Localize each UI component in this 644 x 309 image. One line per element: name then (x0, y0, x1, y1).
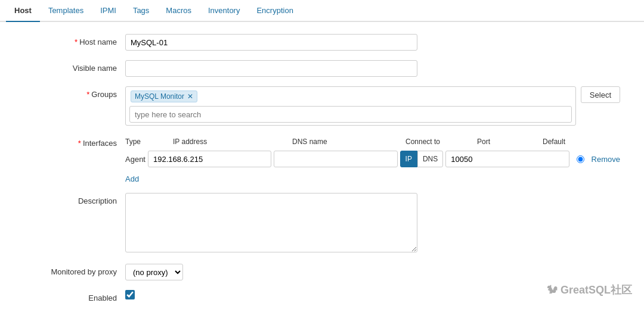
group-tag-mysql-monitor: MySQL Monitor ✕ (131, 90, 197, 102)
connect-ip-button[interactable]: IP (400, 151, 417, 167)
watermark-icon: 🐿 (547, 284, 558, 296)
proxy-label: Monitored by proxy (24, 264, 125, 276)
tab-macros[interactable]: Macros (157, 0, 200, 22)
ip-address-input[interactable] (148, 151, 271, 167)
visible-name-input[interactable] (125, 60, 417, 77)
group-tag-label: MySQL Monitor (135, 92, 184, 101)
groups-label: *Groups (24, 86, 125, 99)
host-name-input[interactable] (125, 34, 417, 51)
connect-buttons: IP DNS (400, 151, 444, 167)
groups-wrapper: MySQL Monitor ✕ Select (125, 86, 620, 126)
tab-ipmi[interactable]: IPMI (92, 0, 125, 22)
groups-select-button[interactable]: Select (581, 86, 620, 103)
enabled-checkbox[interactable] (125, 290, 135, 299)
tab-bar: Host Templates IPMI Tags Macros Inventor… (0, 0, 644, 22)
connect-dns-button[interactable]: DNS (417, 151, 443, 167)
tab-encryption[interactable]: Encryption (248, 0, 301, 22)
groups-control: MySQL Monitor ✕ Select (125, 86, 620, 126)
add-link[interactable]: Add (125, 174, 139, 183)
tab-templates[interactable]: Templates (40, 0, 92, 22)
description-label: Description (24, 193, 125, 205)
interfaces-row: *Interfaces Type IP address DNS name Con… (24, 135, 620, 183)
page: Host Templates IPMI Tags Macros Inventor… (0, 0, 644, 309)
description-control (125, 193, 620, 254)
remove-link[interactable]: Remove (592, 155, 620, 164)
add-link-wrapper: Add (125, 171, 620, 183)
tab-tags[interactable]: Tags (125, 0, 157, 22)
enabled-label: Enabled (24, 290, 125, 302)
visible-name-label: Visible name (24, 60, 125, 73)
interfaces-agent-row: Agent IP DNS Remove (125, 151, 620, 167)
dns-name-input[interactable] (274, 151, 397, 167)
enabled-control (125, 290, 620, 301)
watermark: 🐿 GreatSQL社区 (547, 283, 632, 297)
interfaces-header: Type IP address DNS name Connect to Port… (125, 135, 620, 148)
col-dns-header: DNS name (292, 138, 405, 146)
visible-name-control (125, 60, 620, 77)
col-type-header: Type (125, 138, 173, 146)
col-port-header: Port (477, 138, 543, 146)
enabled-row: Enabled (24, 290, 620, 302)
proxy-control: (no proxy) (125, 264, 620, 280)
groups-search-input[interactable] (129, 106, 572, 123)
interfaces-control: Type IP address DNS name Connect to Port… (125, 135, 620, 183)
interfaces-required-star: * (78, 139, 81, 148)
proxy-select[interactable]: (no proxy) (125, 264, 183, 280)
interfaces-label: *Interfaces (24, 135, 125, 148)
tab-inventory[interactable]: Inventory (200, 0, 248, 22)
groups-row: *Groups MySQL Monitor ✕ Select (24, 86, 620, 126)
description-textarea[interactable] (125, 193, 417, 252)
form-body: *Host name Visible name *Groups M (0, 22, 644, 309)
agent-label: Agent (125, 155, 145, 164)
required-star: * (75, 38, 78, 46)
visible-name-row: Visible name (24, 60, 620, 77)
port-input[interactable] (445, 151, 569, 167)
group-tag-remove[interactable]: ✕ (187, 92, 193, 101)
host-name-label: *Host name (24, 34, 125, 46)
proxy-row: Monitored by proxy (no proxy) (24, 264, 620, 280)
description-row: Description (24, 193, 620, 254)
col-connect-header: Connect to (405, 138, 477, 146)
col-default-header: Default (543, 138, 620, 146)
tab-host[interactable]: Host (6, 0, 40, 22)
groups-required-star: * (86, 90, 89, 99)
host-name-row: *Host name (24, 34, 620, 51)
groups-input-area[interactable]: MySQL Monitor ✕ (125, 86, 576, 126)
default-radio[interactable] (577, 155, 584, 163)
host-name-control (125, 34, 620, 51)
col-ip-header: IP address (173, 138, 292, 146)
